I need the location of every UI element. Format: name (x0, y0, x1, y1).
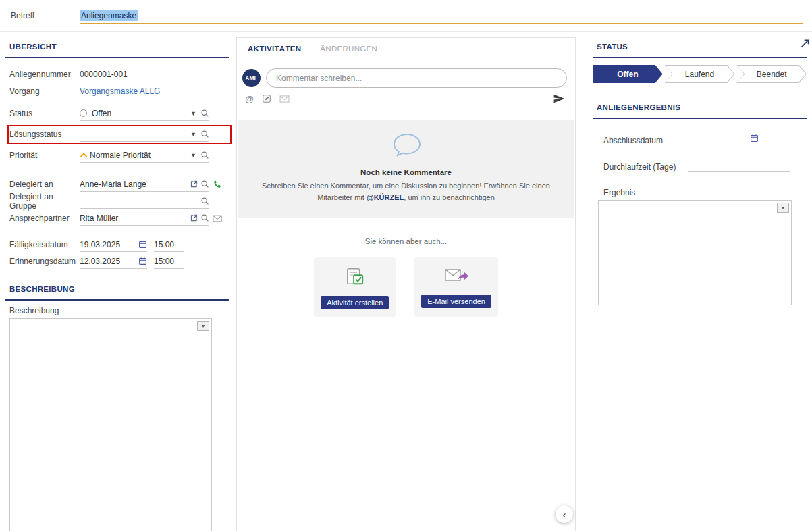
ergebnis-label: Ergebnis (603, 188, 812, 197)
status-steps: Offen Laufend Beendet (593, 65, 807, 83)
status-step-beendet[interactable]: Beendet (736, 65, 807, 83)
uebersicht-header: ÜBERSICHT (5, 37, 229, 58)
mail-icon[interactable] (279, 95, 290, 103)
search-icon[interactable] (200, 180, 209, 188)
durchlaufzeit-label: Durchlaufzeit (Tage) (603, 162, 688, 172)
ergebnis-textarea[interactable]: ▼ (598, 200, 792, 305)
prioritaet-select[interactable]: Normale Priorität ▼ (80, 148, 209, 163)
chevron-down-icon[interactable]: ▼ (188, 131, 198, 138)
field-prioritaet: Priorität Normale Priorität ▼ (9, 148, 229, 163)
send-email-button[interactable]: E-Mail versenden (421, 295, 491, 308)
create-activity-card: Aktivität erstellen (314, 257, 396, 317)
search-icon[interactable] (200, 213, 209, 222)
delegiert-an-label: Delegiert an (9, 180, 80, 189)
erinnerungsdatum-date-value: 12.03.2025 (80, 257, 120, 266)
anliegennummer-label: Anliegennummer (9, 70, 80, 79)
betreff-input[interactable]: Anliegenmaske (80, 7, 803, 24)
delegiert-an-gruppe-input[interactable] (80, 194, 209, 209)
status-radio-icon (80, 109, 87, 117)
erinnerungsdatum-date-input[interactable]: 12.03.2025 (80, 254, 147, 269)
text-template-dropdown-button[interactable]: ▼ (197, 321, 209, 331)
send-email-card: E-Mail versenden (414, 257, 498, 317)
field-loesungsstatus-highlighted: Lösungsstatus ▼ (9, 127, 229, 142)
overview-column: ÜBERSICHT Anliegennummer 0000001-001 Vor… (5, 37, 229, 531)
avatar: AML (242, 69, 261, 87)
anliegennummer-value: 0000001-001 (80, 70, 128, 79)
field-vorgang: Vorgang Vorgangsmaske ALLG (9, 84, 229, 99)
search-icon[interactable] (200, 130, 209, 138)
faelligkeitsdatum-time-input[interactable]: 15:00 (154, 237, 184, 252)
phone-icon[interactable] (213, 180, 222, 189)
field-faelligkeitsdatum: Fälligkeitsdatum 19.03.2025 15:00 (9, 237, 229, 252)
collapse-panel-button[interactable]: ‹ (556, 505, 573, 523)
chevron-left-icon: ‹ (563, 509, 566, 520)
text-template-dropdown-button[interactable]: ▼ (777, 203, 789, 213)
calendar-icon[interactable] (138, 257, 147, 266)
comment-input[interactable] (266, 68, 567, 88)
loesungsstatus-select[interactable]: ▼ (80, 127, 209, 142)
status-value: Offen (92, 109, 186, 118)
durchlaufzeit-input[interactable] (688, 157, 790, 172)
beschreibung-textarea[interactable]: ▼ (9, 318, 212, 531)
calendar-icon[interactable] (750, 134, 759, 143)
quick-action-cards: Aktivität erstellen E-Mail versenden (237, 257, 575, 317)
status-step-offen-label: Offen (593, 65, 663, 83)
create-activity-button[interactable]: Aktivität erstellen (321, 296, 389, 309)
send-icon[interactable] (553, 93, 566, 104)
comment-compose-row: AML (237, 59, 575, 88)
activities-column: AKTIVITÄTEN ÄNDERUNGEN AML @ Noch keine … (236, 37, 576, 531)
loesungsstatus-label: Lösungsstatus (9, 130, 80, 139)
comment-toolbar: @ (237, 88, 575, 104)
also-text: Sie können aber auch... (237, 237, 575, 245)
open-record-icon[interactable] (190, 213, 198, 222)
search-icon[interactable] (200, 197, 209, 205)
search-icon[interactable] (200, 109, 209, 118)
tab-aenderungen[interactable]: ÄNDERUNGEN (320, 45, 377, 53)
ansprechpartner-value: Rita Müller (80, 213, 188, 223)
erinnerungsdatum-label: Erinnerungsdatum (9, 257, 80, 266)
faelligkeitsdatum-time-value: 15:00 (154, 240, 174, 249)
mention-at-icon[interactable]: @ (245, 94, 254, 104)
expand-panel-icon[interactable] (799, 38, 811, 51)
search-icon[interactable] (200, 151, 209, 159)
vorgang-label: Vorgang (9, 86, 80, 96)
empty-state-title: Noch keine Kommentare (254, 168, 558, 176)
status-label: Status (9, 109, 80, 118)
abschlussdatum-input[interactable] (688, 131, 759, 145)
abschlussdatum-label: Abschlussdatum (603, 136, 688, 145)
faelligkeitsdatum-label: Fälligkeitsdatum (9, 240, 80, 249)
betreff-label: Betreff (11, 11, 80, 20)
field-delegiert-an-gruppe: Delegiert an Gruppe (9, 194, 229, 209)
activities-tabbar: AKTIVITÄTEN ÄNDERUNGEN (237, 38, 575, 59)
erinnerungsdatum-time-input[interactable]: 15:00 (154, 254, 184, 269)
betreff-value-selected: Anliegenmaske (80, 10, 138, 21)
topbar: Betreff Anliegenmaske (0, 0, 812, 32)
faelligkeitsdatum-date-input[interactable]: 19.03.2025 (80, 237, 147, 252)
status-step-offen[interactable]: Offen (593, 65, 663, 83)
vorgang-link[interactable]: Vorgangsmaske ALLG (80, 86, 160, 96)
status-column: STATUS Offen Laufend Beendet ANLIEGENERG… (585, 37, 812, 531)
chevron-down-icon[interactable]: ▼ (188, 110, 198, 117)
status-step-laufend[interactable]: Laufend (665, 65, 735, 83)
erinnerungsdatum-time-value: 15:00 (154, 257, 174, 266)
anliegenergebnis-header: ANLIEGENERGEBNIS (593, 98, 807, 119)
note-icon[interactable] (262, 94, 271, 103)
priority-normal-icon (80, 152, 88, 158)
delegiert-an-gruppe-label: Delegiert an Gruppe (9, 192, 80, 211)
delegiert-an-value: Anne-Maria Lange (80, 180, 188, 189)
tab-aktivitaeten[interactable]: AKTIVITÄTEN (248, 45, 301, 53)
delegiert-an-input[interactable]: Anne-Maria Lange (80, 177, 209, 192)
activity-checklist-icon (345, 266, 365, 286)
field-delegiert-an: Delegiert an Anne-Maria Lange (9, 177, 229, 192)
ansprechpartner-input[interactable]: Rita Müller (80, 211, 209, 226)
status-panel-header: STATUS (593, 37, 807, 58)
field-durchlaufzeit: Durchlaufzeit (Tage) (603, 157, 790, 172)
prioritaet-value: Normale Priorität (90, 151, 186, 160)
field-status: Status Offen ▼ (9, 106, 229, 121)
status-select[interactable]: Offen ▼ (80, 106, 209, 121)
calendar-icon[interactable] (138, 240, 147, 249)
chevron-down-icon[interactable]: ▼ (188, 152, 198, 159)
mail-icon[interactable] (213, 215, 222, 222)
open-record-icon[interactable] (190, 180, 198, 188)
field-abschlussdatum: Abschlussdatum (603, 131, 790, 145)
